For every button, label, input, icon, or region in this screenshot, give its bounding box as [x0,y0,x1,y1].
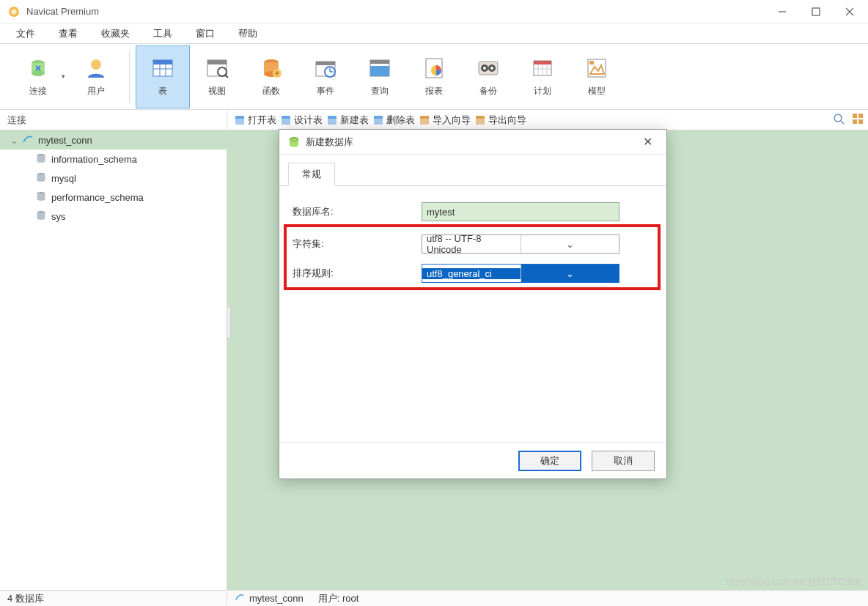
charset-select[interactable]: utf8 -- UTF-8 Unicode ⌄ [422,234,619,254]
navicat-logo-icon [7,5,21,18]
menu-帮助[interactable]: 帮助 [228,25,268,43]
event-icon [313,56,338,81]
svg-rect-52 [374,116,383,119]
ok-button[interactable]: 确定 [518,451,581,471]
connection-tree: ⌄ mytest_conn information_schemamysqlper… [0,130,227,590]
toolbar-label: 用户 [87,85,105,97]
status-left: 4 数据库 [0,592,227,605]
toolbar-label: 备份 [479,85,497,97]
tab-general[interactable]: 常规 [288,163,335,186]
toolbar-event-button[interactable]: 事件 [298,45,353,108]
toolbar-function-button[interactable]: 函数 [244,45,298,108]
splitter-handle[interactable] [227,306,231,339]
grid-view-icon[interactable] [852,113,864,127]
toolbar-label: 视图 [208,85,226,97]
svg-rect-46 [235,116,244,119]
svg-rect-60 [858,114,863,118]
svg-point-8 [91,59,101,70]
toolbar-label: 报表 [425,85,443,97]
chevron-down-icon: ▾ [62,73,65,80]
user-icon [84,56,108,81]
report-icon [422,56,446,81]
maximize-button[interactable] [799,0,833,23]
toolbar-query-button[interactable]: 查询 [353,45,407,108]
status-connection: mytest_conn [249,593,304,604]
database-name: mysql [51,173,76,184]
svg-rect-38 [534,61,551,64]
table-op-2[interactable]: 新建表 [327,114,369,127]
database-icon [35,171,47,185]
svg-point-35 [483,67,486,70]
svg-rect-15 [207,60,227,64]
menu-窗口[interactable]: 窗口 [185,25,225,43]
toolbar-label: 计划 [534,85,551,97]
database-node[interactable]: sys [0,207,227,226]
toolbar-table-button[interactable]: 表 [136,45,190,108]
query-icon [367,56,392,81]
table-op-4[interactable]: 导入向导 [419,114,471,127]
menu-bar: 文件查看收藏夹工具窗口帮助 [0,23,868,44]
main-toolbar: 连接▾用户表视图函数事件查询报表备份计划模型 [0,44,868,110]
sub-toolbar: 连接 打开表设计表新建表删除表导入向导导出向导 [0,110,868,130]
menu-工具[interactable]: 工具 [143,25,183,43]
toolbar-schedule-button[interactable]: 计划 [515,45,570,108]
minimize-button[interactable] [765,0,799,23]
table-icon [150,56,175,81]
menu-收藏夹[interactable]: 收藏夹 [91,25,140,43]
connection-node[interactable]: ⌄ mytest_conn [0,130,227,149]
collation-label: 排序规则: [293,267,422,280]
svg-rect-23 [316,62,335,65]
table-op-1[interactable]: 设计表 [281,114,323,127]
svg-rect-48 [282,116,290,119]
chevron-down-icon: ⌄ [521,265,619,282]
toolbar-model-button[interactable]: 模型 [570,45,624,108]
cancel-button[interactable]: 取消 [592,451,655,471]
schedule-icon [530,56,555,81]
database-name: sys [51,211,66,222]
status-bar: 4 数据库 mytest_conn 用户: root [0,590,868,606]
title-bar: Navicat Premium [0,0,868,23]
toolbar-label: 连接 [29,85,47,97]
table-op-3[interactable]: 删除表 [373,114,415,127]
toolbar-backup-button[interactable]: 备份 [461,45,515,108]
toolbar-label: 查询 [371,85,389,97]
charset-label: 字符集: [293,237,422,251]
database-node[interactable]: information_schema [0,149,227,169]
database-node[interactable]: performance_schema [0,188,227,207]
svg-rect-59 [853,114,857,118]
backup-icon [476,56,501,81]
svg-point-36 [490,67,493,70]
svg-rect-61 [853,119,857,124]
toolbar-connect-button[interactable]: 连接▾ [7,45,69,108]
database-icon [35,152,47,166]
collation-select[interactable]: utf8_general_ci ⌄ [422,264,619,283]
svg-rect-56 [476,116,485,119]
table-op-0[interactable]: 打开表 [235,114,276,127]
menu-文件[interactable]: 文件 [6,25,45,43]
database-name: performance_schema [51,192,144,203]
window-title: Navicat Premium [26,6,765,17]
toolbar-label: 事件 [317,85,334,97]
database-icon [35,210,47,223]
connection-name: mytest_conn [38,135,92,146]
toolbar-user-button[interactable]: 用户 [69,45,123,108]
toolbar-view-button[interactable]: 视图 [190,45,244,108]
toolbar-label: 表 [158,85,167,97]
toolbar-report-button[interactable]: 报表 [407,45,461,108]
dialog-close-button[interactable]: ✕ [637,135,658,149]
database-icon [35,191,47,204]
function-icon [259,56,284,81]
expand-icon[interactable]: ⌄ [10,135,18,146]
db-name-input[interactable]: mytest [422,202,619,221]
database-node[interactable]: mysql [0,169,227,188]
connections-panel-header: 连接 [0,110,227,130]
svg-rect-10 [153,60,172,64]
search-icon[interactable] [833,113,845,127]
svg-rect-62 [858,119,863,124]
mysql-connection-icon [22,133,34,147]
new-database-dialog: 新建数据库 ✕ 常规 数据库名: mytest 字符集: utf8 -- UTF… [279,129,667,479]
menu-查看[interactable]: 查看 [48,25,88,43]
close-button[interactable] [833,0,867,23]
svg-rect-54 [420,116,429,119]
table-op-5[interactable]: 导出向导 [475,114,526,127]
